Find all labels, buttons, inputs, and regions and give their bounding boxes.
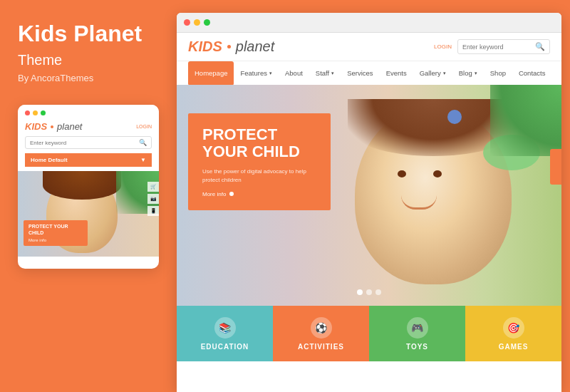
nav-item-gallery-label: Gallery [420, 69, 441, 77]
mobile-dot-yellow [33, 110, 38, 115]
nav-item-events-label: Events [386, 69, 407, 77]
nav-item-shop[interactable]: Shop [484, 61, 512, 86]
mobile-mockup: KIDS planet LOGIN 🔍 Home Default ▼ [18, 105, 159, 269]
hero-description: Use the power of digital advocacy to hel… [202, 167, 316, 183]
nav-item-about[interactable]: About [279, 61, 309, 86]
toys-icon: 🎮 [407, 317, 428, 339]
site-logo: KIDS planet [188, 38, 274, 55]
activities-icon: ⚽ [311, 317, 332, 339]
nav-item-services-label: Services [347, 69, 373, 77]
nav-item-staff[interactable]: Staff ▾ [309, 61, 341, 86]
mobile-nav-label: Home Default [31, 157, 68, 163]
site-search-bar[interactable]: 🔍 [457, 39, 550, 54]
mobile-logo-separator [51, 125, 53, 128]
education-label: EDUCATION [201, 343, 249, 351]
site-subtitle: Theme [18, 52, 159, 68]
browser-dot-red [184, 19, 190, 26]
mobile-side-icon-1: 🛒 [147, 182, 159, 192]
site-title: Kids Planet [18, 21, 159, 46]
browser-titlebar [177, 13, 561, 33]
mobile-nav-bar[interactable]: Home Default ▼ [25, 153, 152, 167]
mobile-search-bar[interactable]: 🔍 [25, 136, 152, 149]
hero-pagination [357, 289, 381, 295]
mobile-dot-red [25, 110, 30, 115]
hero-side-tab[interactable] [550, 149, 561, 185]
site-search-input[interactable] [462, 43, 535, 51]
nav-staff-arrow-icon: ▾ [331, 71, 334, 76]
browser-dot-green [204, 19, 210, 26]
browser-content: KIDS planet LOGIN 🔍 Homepage Features ▾ [177, 33, 561, 361]
mobile-side-icon-2: 📷 [147, 194, 159, 204]
nav-item-shop-label: Shop [490, 69, 506, 77]
activities-label: ACTIVITIES [298, 343, 344, 351]
card-games[interactable]: 🎯 GAMES [465, 306, 561, 361]
site-search-button[interactable]: 🔍 [535, 42, 545, 51]
games-label: GAMES [499, 343, 529, 351]
hero-page-3[interactable] [375, 289, 381, 295]
site-hero: PROTECT YOUR CHILD Use the power of digi… [177, 85, 561, 306]
nav-item-homepage[interactable]: Homepage [188, 61, 234, 86]
mobile-hero-overlay: PROTECT YOUR CHILD More info [24, 220, 88, 246]
mobile-logo-row: KIDS planet LOGIN [25, 121, 152, 132]
nav-item-contacts[interactable]: Contacts [512, 61, 552, 86]
card-education[interactable]: 📚 EDUCATION [177, 306, 273, 361]
hero-link-label: More info [202, 191, 226, 197]
nav-item-gallery[interactable]: Gallery ▾ [413, 61, 452, 86]
nav-item-features[interactable]: Features ▾ [234, 61, 279, 86]
nav-gallery-arrow-icon: ▾ [443, 71, 446, 76]
site-header: KIDS planet LOGIN 🔍 [177, 33, 561, 61]
left-panel: Kids Planet Theme By AncoraThemes KIDS p… [0, 0, 177, 392]
mobile-window-dots [25, 110, 152, 115]
by-line: By AncoraThemes [18, 73, 159, 83]
games-icon: 🎯 [503, 317, 524, 339]
browser-mockup: KIDS planet LOGIN 🔍 Homepage Features ▾ [177, 13, 561, 392]
card-activities[interactable]: ⚽ ACTIVITIES [273, 306, 369, 361]
nav-item-about-label: About [285, 69, 303, 77]
mobile-header: KIDS planet LOGIN 🔍 Home Default ▼ [18, 105, 159, 171]
nav-item-services[interactable]: Services [341, 61, 379, 86]
mobile-login-label: LOGIN [136, 124, 152, 129]
site-login: LOGIN [434, 43, 452, 50]
hero-page-1[interactable] [357, 289, 363, 295]
nav-item-events[interactable]: Events [380, 61, 413, 86]
browser-dot-yellow [194, 19, 200, 26]
site-logo-planet: planet [236, 38, 275, 55]
hero-page-2[interactable] [366, 289, 372, 295]
site-header-right: LOGIN 🔍 [434, 39, 550, 54]
nav-features-arrow-icon: ▾ [269, 71, 272, 76]
site-navigation: Homepage Features ▾ About Staff ▾ Servic… [177, 61, 561, 85]
mobile-side-icon-3: 📱 [147, 206, 159, 216]
mobile-logo-kids: KIDS [25, 121, 47, 132]
mobile-login: LOGIN [136, 124, 152, 129]
hero-overlay: PROTECT YOUR CHILD Use the power of digi… [188, 113, 331, 210]
mobile-logo-planet: planet [57, 121, 82, 132]
nav-item-contacts-label: Contacts [519, 69, 546, 77]
site-logo-kids: KIDS [188, 38, 222, 55]
mobile-search-icon: 🔍 [139, 139, 147, 146]
mobile-search-input[interactable] [30, 140, 139, 146]
site-logo-dot [227, 45, 231, 48]
bottom-cards: 📚 EDUCATION ⚽ ACTIVITIES 🎮 TOYS 🎯 GAMES [177, 306, 561, 361]
mobile-dot-green [41, 110, 46, 115]
mobile-hero: PROTECT YOUR CHILD More info 🛒 📷 📱 [18, 171, 159, 257]
card-toys[interactable]: 🎮 TOYS [369, 306, 465, 361]
nav-item-staff-label: Staff [316, 69, 329, 77]
mobile-nav-arrow-icon: ▼ [140, 157, 146, 163]
hero-green-corner [490, 85, 561, 156]
nav-item-homepage-label: Homepage [195, 69, 227, 77]
nav-item-features-label: Features [240, 69, 267, 77]
hero-link[interactable]: More info [202, 191, 316, 197]
nav-item-blog[interactable]: Blog ▾ [452, 61, 484, 86]
mobile-side-icons: 🛒 📷 📱 [147, 182, 159, 216]
mobile-logo: KIDS planet [25, 121, 82, 132]
hero-link-dot-icon [229, 192, 234, 196]
toys-label: TOYS [406, 343, 428, 351]
mobile-hero-title: PROTECT YOUR CHILD [28, 224, 83, 236]
nav-blog-arrow-icon: ▾ [475, 71, 477, 76]
mobile-hero-link: More info [28, 238, 83, 242]
browser-window-dots [184, 19, 210, 26]
education-icon: 📚 [214, 317, 236, 339]
hero-title: PROTECT YOUR CHILD [202, 126, 316, 160]
nav-item-blog-label: Blog [459, 69, 472, 77]
